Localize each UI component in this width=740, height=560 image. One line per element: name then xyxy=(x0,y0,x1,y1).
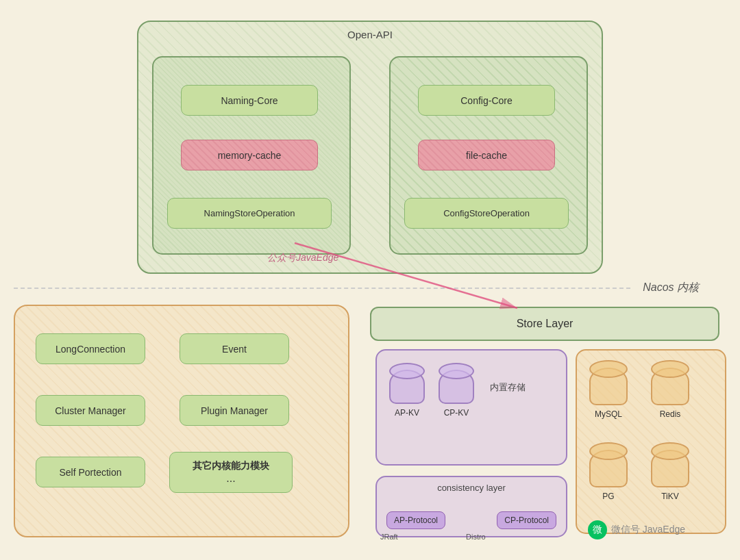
cluster-manager-box: Cluster Manager xyxy=(36,395,145,426)
builtin-storage-label: 内置存储 xyxy=(490,381,526,394)
distro-label: Distro xyxy=(466,533,486,541)
diagram-container: Open-API Naming-Core memory-cache Naming… xyxy=(0,0,740,560)
watermark-top: 公众号JavaEdge xyxy=(267,252,338,264)
open-api-box: Open-API Naming-Core memory-cache Naming… xyxy=(137,21,603,274)
redis-container: Redis xyxy=(651,368,689,419)
wechat-icon: 微 xyxy=(588,520,607,539)
cp-kv-container: CP-KV xyxy=(439,370,474,418)
memory-cache-box: memory-cache xyxy=(181,140,318,170)
cp-kv-cylinder xyxy=(439,370,474,404)
long-connection-box: LongConnection xyxy=(36,333,145,364)
redis-cylinder xyxy=(651,368,689,405)
ap-protocol-box: AP-Protocol xyxy=(386,511,445,529)
mysql-container: MySQL xyxy=(589,368,628,419)
naming-panel: Naming-Core memory-cache NamingStoreOper… xyxy=(152,56,351,255)
event-box: Event xyxy=(180,333,289,364)
plugin-manager-box: Plugin Manager xyxy=(180,395,289,426)
nacos-core-label: Nacos 内核 xyxy=(643,281,699,295)
cp-protocol-box: CP-Protocol xyxy=(497,511,556,529)
bottom-watermark: 微 微信号 JavaEdge xyxy=(588,520,685,539)
divider-line xyxy=(14,288,630,289)
open-api-label: Open-API xyxy=(347,29,393,40)
config-panel: Config-Core file-cache ConfigStoreOperat… xyxy=(389,56,588,255)
self-portection-box: Self Portection xyxy=(36,457,145,487)
mysql-cylinder xyxy=(589,368,628,405)
other-modules-box: 其它内核能力模块 ... xyxy=(169,452,293,493)
config-core-box: Config-Core xyxy=(418,85,555,116)
naming-store-op-box: NamingStoreOperation xyxy=(167,198,332,229)
config-store-op-box: ConfigStoreOperation xyxy=(404,198,569,229)
ap-kv-container: AP-KV xyxy=(389,370,425,418)
naming-core-box: Naming-Core xyxy=(181,85,318,116)
kv-storage-box: AP-KV CP-KV 内置存储 xyxy=(375,349,567,466)
core-cap-box: LongConnection Event Cluster Manager Plu… xyxy=(14,305,349,537)
jraft-label: JRaft xyxy=(380,533,398,541)
pg-cylinder xyxy=(589,450,628,487)
file-cache-box: file-cache xyxy=(418,140,555,170)
consistency-box: consistency layer AP-Protocol CP-Protoco… xyxy=(375,476,567,537)
ap-kv-cylinder xyxy=(389,370,425,404)
pg-container: PG xyxy=(589,450,628,501)
tikv-container: TiKV xyxy=(651,450,689,501)
store-layer-box: Store Layer xyxy=(370,307,719,341)
consistency-layer-label: consistency layer xyxy=(437,483,506,493)
ext-storage-box: MySQL Redis PG TiKV xyxy=(576,349,726,534)
tikv-cylinder xyxy=(651,450,689,487)
